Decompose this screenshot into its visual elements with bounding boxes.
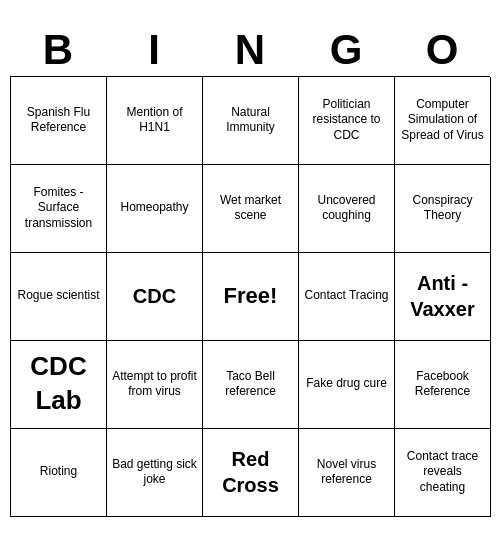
cell-3-2[interactable]: Taco Bell reference	[203, 341, 299, 429]
cell-4-1[interactable]: Bad getting sick joke	[107, 429, 203, 517]
cell-1-1[interactable]: Homeopathy	[107, 165, 203, 253]
cell-0-1[interactable]: Mention of H1N1	[107, 77, 203, 165]
cell-4-2[interactable]: Red Cross	[203, 429, 299, 517]
cell-4-4[interactable]: Contact trace reveals cheating	[395, 429, 491, 517]
bingo-header: B I N G O	[10, 27, 490, 73]
bingo-card: B I N G O Spanish Flu ReferenceMention o…	[10, 27, 490, 516]
cell-2-3[interactable]: Contact Tracing	[299, 253, 395, 341]
cell-4-0[interactable]: Rioting	[11, 429, 107, 517]
cell-0-0[interactable]: Spanish Flu Reference	[11, 77, 107, 165]
bingo-grid: Spanish Flu ReferenceMention of H1N1Natu…	[10, 76, 490, 517]
cell-3-0[interactable]: CDC Lab	[11, 341, 107, 429]
cell-3-3[interactable]: Fake drug cure	[299, 341, 395, 429]
cell-4-3[interactable]: Novel virus reference	[299, 429, 395, 517]
cell-2-1[interactable]: CDC	[107, 253, 203, 341]
cell-2-4[interactable]: Anti - Vaxxer	[395, 253, 491, 341]
cell-1-0[interactable]: Fomites - Surface transmission	[11, 165, 107, 253]
letter-i: I	[110, 27, 198, 73]
cell-2-0[interactable]: Rogue scientist	[11, 253, 107, 341]
cell-0-3[interactable]: Politician resistance to CDC	[299, 77, 395, 165]
cell-3-4[interactable]: Facebook Reference	[395, 341, 491, 429]
letter-o: O	[398, 27, 486, 73]
cell-2-2[interactable]: Free!	[203, 253, 299, 341]
cell-1-3[interactable]: Uncovered coughing	[299, 165, 395, 253]
cell-0-2[interactable]: Natural Immunity	[203, 77, 299, 165]
cell-1-2[interactable]: Wet market scene	[203, 165, 299, 253]
letter-b: B	[14, 27, 102, 73]
letter-g: G	[302, 27, 390, 73]
cell-0-4[interactable]: Computer Simulation of Spread of Virus	[395, 77, 491, 165]
cell-1-4[interactable]: Conspiracy Theory	[395, 165, 491, 253]
cell-3-1[interactable]: Attempt to profit from virus	[107, 341, 203, 429]
letter-n: N	[206, 27, 294, 73]
